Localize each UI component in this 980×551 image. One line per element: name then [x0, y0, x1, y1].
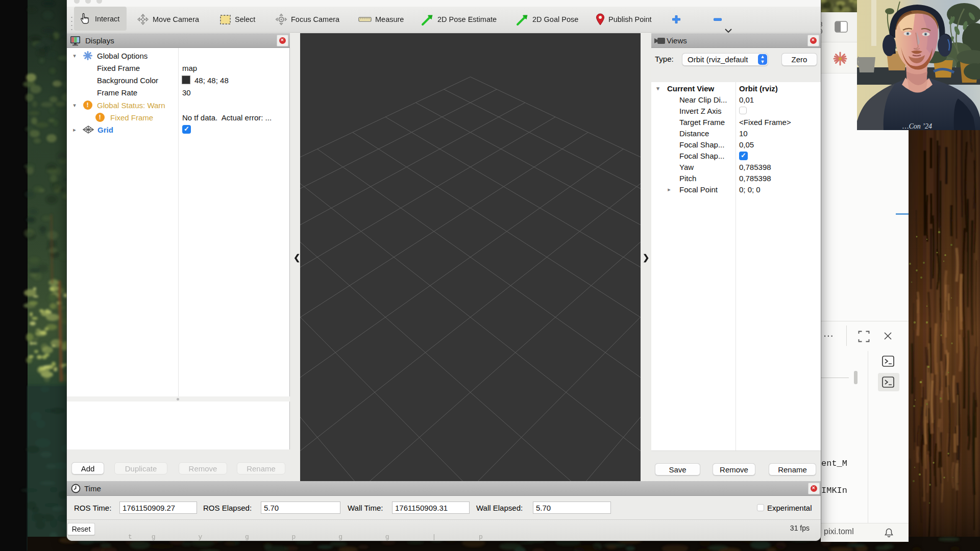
svg-text:…Con ’24: …Con ’24 [902, 122, 932, 130]
